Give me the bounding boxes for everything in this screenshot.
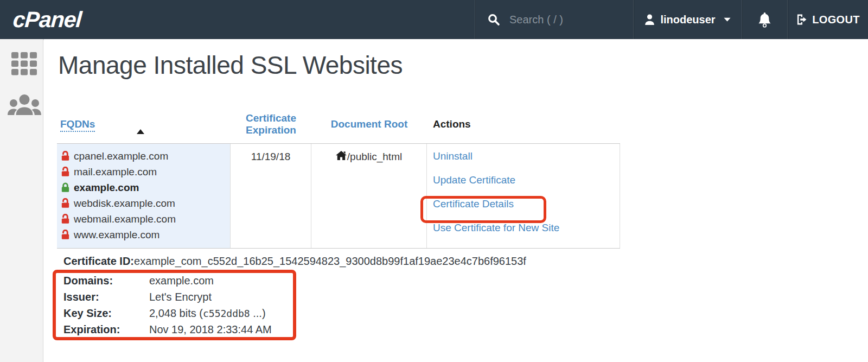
column-header-certificate-expiration[interactable]: Certificate Expiration bbox=[231, 112, 311, 136]
sidebar-item-applications[interactable] bbox=[11, 52, 37, 75]
fqdn-item: webmail.example.com bbox=[60, 211, 230, 227]
document-root-cell: /public_html bbox=[311, 144, 427, 248]
certificate-summary: Domains: example.com Issuer: Let's Encry… bbox=[57, 272, 868, 338]
open-lock-icon bbox=[60, 214, 71, 224]
sidebar bbox=[0, 39, 43, 362]
page-title: Manage Installed SSL Websites bbox=[58, 49, 868, 81]
grid-3x3-icon bbox=[11, 52, 37, 75]
domains-value: example.com bbox=[149, 275, 214, 287]
logout-label: LOGOUT bbox=[812, 14, 859, 26]
key-fingerprint: c552ddb8 bbox=[203, 308, 250, 319]
user-icon bbox=[644, 14, 655, 26]
open-lock-icon bbox=[60, 198, 71, 208]
certificate-id-value: example_com_c552d_16b25_1542594823_9300d… bbox=[134, 255, 526, 267]
main-content: Manage Installed SSL Websites FQDNs Cert… bbox=[44, 39, 868, 362]
bell-icon bbox=[757, 12, 772, 28]
cpanel-logo[interactable]: cPanel bbox=[12, 7, 82, 33]
open-lock-icon bbox=[60, 151, 71, 161]
search-icon bbox=[487, 13, 500, 26]
ssl-websites-table: FQDNs Certificate Expiration Document Ro… bbox=[57, 105, 620, 249]
fqdns-cell: cpanel.example.com mail.example.com exam… bbox=[57, 144, 231, 248]
user-menu[interactable]: linodeuser bbox=[633, 0, 742, 39]
logout-button[interactable]: LOGOUT bbox=[787, 0, 868, 39]
navbar-right-cluster: linodeuser LOGOUT bbox=[475, 0, 868, 39]
table-header-row: FQDNs Certificate Expiration Document Ro… bbox=[57, 105, 620, 144]
domains-label: Domains: bbox=[63, 275, 149, 287]
fqdn-item-primary: example.com bbox=[60, 180, 230, 195]
column-header-document-root[interactable]: Document Root bbox=[311, 118, 427, 130]
table-row: cpanel.example.com mail.example.com exam… bbox=[57, 144, 620, 249]
column-header-fqdns[interactable]: FQDNs bbox=[57, 118, 231, 130]
sort-ascending-icon bbox=[137, 129, 144, 134]
uninstall-link[interactable]: Uninstall bbox=[433, 150, 620, 162]
issuer-label: Issuer: bbox=[63, 291, 149, 303]
fqdn-item: mail.example.com bbox=[60, 164, 230, 180]
user-group-icon bbox=[8, 94, 41, 115]
certificate-details-link[interactable]: Certificate Details bbox=[433, 198, 620, 210]
search-bar[interactable] bbox=[475, 0, 633, 39]
key-size-label: Key Size: bbox=[63, 307, 149, 320]
domains-row: Domains: example.com bbox=[63, 272, 868, 289]
search-input[interactable] bbox=[508, 13, 622, 27]
expiration-row: Expiration: Nov 19, 2018 2:33:44 AM bbox=[63, 321, 868, 338]
key-size-value: 2,048 bits (c552ddb8 ...) bbox=[149, 307, 266, 320]
expiration-value: Nov 19, 2018 2:33:44 AM bbox=[149, 323, 272, 336]
column-header-actions: Actions bbox=[427, 118, 620, 130]
actions-cell: Uninstall Update Certificate Certificate… bbox=[427, 144, 620, 248]
logout-icon bbox=[796, 14, 808, 26]
open-lock-icon bbox=[60, 230, 71, 240]
issuer-value: Let's Encrypt bbox=[149, 291, 212, 303]
expiration-label: Expiration: bbox=[63, 323, 149, 336]
fqdn-item: webdisk.example.com bbox=[60, 195, 230, 211]
certificate-expiration-cell: 11/19/18 bbox=[231, 144, 311, 248]
notifications-button[interactable] bbox=[742, 0, 787, 39]
fqdn-item: www.example.com bbox=[60, 227, 230, 243]
fqdn-item: cpanel.example.com bbox=[60, 148, 230, 164]
issuer-row: Issuer: Let's Encrypt bbox=[63, 289, 868, 305]
use-certificate-for-new-site-link[interactable]: Use Certificate for New Site bbox=[433, 222, 620, 234]
certificate-id-line: Certificate ID:example_com_c552d_16b25_1… bbox=[57, 254, 868, 268]
home-icon bbox=[336, 151, 347, 160]
closed-lock-icon bbox=[60, 182, 71, 193]
username-label: linodeuser bbox=[660, 14, 715, 26]
update-certificate-link[interactable]: Update Certificate bbox=[433, 174, 620, 186]
caret-down-icon bbox=[723, 17, 731, 22]
key-size-row: Key Size: 2,048 bits (c552ddb8 ...) bbox=[63, 305, 868, 321]
open-lock-icon bbox=[60, 167, 71, 177]
certificate-id-label: Certificate ID: bbox=[63, 255, 134, 267]
sidebar-item-user-manager[interactable] bbox=[8, 94, 41, 115]
top-navbar: cPanel linodeuser bbox=[0, 0, 868, 39]
